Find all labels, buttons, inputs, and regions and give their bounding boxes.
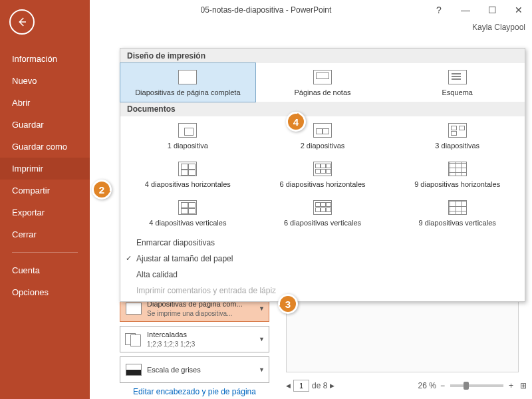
opt-frame-slides[interactable]: Enmarcar diapositivas xyxy=(120,235,525,251)
outline-icon xyxy=(448,70,467,84)
menu-separator xyxy=(12,252,78,253)
zoom-in-button[interactable]: + xyxy=(509,381,513,390)
handout-9v-icon xyxy=(448,200,467,215)
backstage-menu: Información Nuevo Abrir Guardar Guardar … xyxy=(0,48,90,303)
zoom-percent: 26 % xyxy=(418,381,436,390)
menu-guardar[interactable]: Guardar xyxy=(0,114,90,136)
user-name: Kayla Claypool xyxy=(472,23,525,32)
opt-print-comments: Imprimir comentarios y entrada de lápiz xyxy=(120,283,525,299)
menu-nuevo[interactable]: Nuevo xyxy=(0,70,90,92)
close-button[interactable]: ✕ xyxy=(505,0,532,20)
edit-header-footer-link[interactable]: Editar encabezado y pie de página xyxy=(120,387,269,396)
handout-4h-icon xyxy=(178,162,197,176)
callout-4: 4 xyxy=(286,112,306,132)
preview-status-bar: ◀ de 8 ▶ 26 % − + ⊞ xyxy=(286,378,527,394)
window-title: 05-notas-de-diapositiva - PowerPoint xyxy=(201,5,332,15)
handout-4h[interactable]: 4 diapositivas horizontales xyxy=(120,155,255,194)
zoom-slider[interactable] xyxy=(450,384,503,387)
handout-6h[interactable]: 6 diapositivas horizontales xyxy=(255,155,390,194)
layout-dropdown-panel: Diseño de impresión Diapositivas de pági… xyxy=(120,48,525,302)
full-page-icon xyxy=(178,70,197,84)
layout-options-list: Enmarcar diapositivas Ajustar al tamaño … xyxy=(120,232,525,301)
opt-scale-to-fit[interactable]: Ajustar al tamaño del papel xyxy=(120,251,525,267)
opt-high-quality[interactable]: Alta calidad xyxy=(120,267,525,283)
notes-icon xyxy=(313,70,332,84)
minimize-button[interactable]: ― xyxy=(452,0,479,20)
handout-6h-icon xyxy=(313,162,332,176)
handout-2[interactable]: 2 diapositivas xyxy=(255,116,390,155)
menu-imprimir[interactable]: Imprimir xyxy=(0,158,90,180)
layout-notes-pages[interactable]: Páginas de notas xyxy=(255,63,390,102)
maximize-button[interactable]: ☐ xyxy=(479,0,505,20)
back-button[interactable] xyxy=(9,9,35,35)
handout-4v-icon xyxy=(178,200,197,215)
menu-guardar-como[interactable]: Guardar como xyxy=(0,136,90,158)
callout-3: 3 xyxy=(278,294,298,314)
next-page-button[interactable]: ▶ xyxy=(330,382,334,389)
menu-opciones[interactable]: Opciones xyxy=(0,281,90,303)
handout-4v[interactable]: 4 diapositivas verticales xyxy=(120,194,255,232)
chevron-down-icon: ▼ xyxy=(259,336,265,342)
handout-6v[interactable]: 6 diapositivas verticales xyxy=(255,194,390,232)
zoom-out-button[interactable]: − xyxy=(440,381,445,390)
help-button[interactable]: ? xyxy=(426,0,452,20)
handout-1-icon xyxy=(178,123,197,138)
arrow-left-icon xyxy=(16,16,28,28)
grayscale-icon xyxy=(126,364,142,376)
fit-to-window-button[interactable]: ⊞ xyxy=(520,381,527,390)
menu-cerrar[interactable]: Cerrar xyxy=(0,223,90,245)
menu-compartir[interactable]: Compartir xyxy=(0,180,90,201)
slide-icon xyxy=(126,303,142,315)
page-count: de 8 xyxy=(312,381,327,390)
chevron-down-icon: ▼ xyxy=(259,366,265,373)
chevron-down-icon: ▼ xyxy=(259,305,265,312)
handout-1[interactable]: 1 diapositiva xyxy=(120,116,255,155)
menu-abrir[interactable]: Abrir xyxy=(0,92,90,114)
handout-6v-icon xyxy=(313,200,332,215)
layout-outline[interactable]: Esquema xyxy=(390,63,525,102)
handout-3[interactable]: 3 diapositivas xyxy=(390,116,525,155)
handout-2-icon xyxy=(313,123,332,138)
menu-informacion[interactable]: Información xyxy=(0,48,90,70)
page-number-input[interactable] xyxy=(293,380,309,392)
menu-cuenta[interactable]: Cuenta xyxy=(0,259,90,281)
collate-icon xyxy=(125,333,142,345)
section-handouts: Documentos xyxy=(120,102,525,116)
prev-page-button[interactable]: ◀ xyxy=(286,382,291,389)
handout-3-icon xyxy=(448,123,467,138)
collate-selector[interactable]: Intercaladas1;2;3 1;2;3 1;2;3 ▼ xyxy=(120,326,269,352)
menu-exportar[interactable]: Exportar xyxy=(0,201,90,223)
print-settings-column: Diapositivas de página com...Se imprime … xyxy=(120,295,269,396)
callout-2: 2 xyxy=(92,180,112,200)
print-content: Diseño de impresión Diapositivas de pági… xyxy=(90,36,532,399)
section-print-layout: Diseño de impresión xyxy=(120,49,525,63)
layout-full-page[interactable]: Diapositivas de página completa xyxy=(120,63,256,102)
handout-9h-icon xyxy=(448,162,467,176)
handout-9v[interactable]: 9 diapositivas verticales xyxy=(390,194,525,232)
color-selector[interactable]: Escala de grises ▼ xyxy=(120,356,269,383)
backstage-sidebar: Información Nuevo Abrir Guardar Guardar … xyxy=(0,0,90,399)
handout-9h[interactable]: 9 diapositivas horizontales xyxy=(390,155,525,194)
